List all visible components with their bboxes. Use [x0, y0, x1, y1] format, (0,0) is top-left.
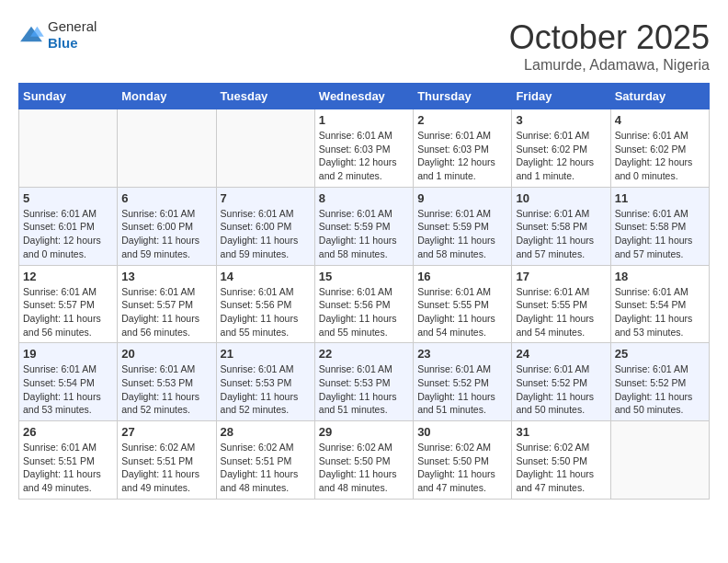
week-row-4: 19Sunrise: 6:01 AMSunset: 5:54 PMDayligh… — [19, 343, 710, 421]
weekday-header-wednesday: Wednesday — [314, 84, 413, 109]
day-number: 31 — [516, 425, 606, 439]
calendar-cell: 29Sunrise: 6:02 AMSunset: 5:50 PMDayligh… — [314, 421, 413, 500]
day-number: 29 — [319, 425, 409, 439]
day-info: Sunrise: 6:01 AMSunset: 5:51 PMDaylight:… — [23, 441, 113, 495]
day-info: Sunrise: 6:02 AMSunset: 5:50 PMDaylight:… — [516, 441, 606, 495]
day-info: Sunrise: 6:01 AMSunset: 6:03 PMDaylight:… — [417, 129, 507, 183]
day-info: Sunrise: 6:01 AMSunset: 5:53 PMDaylight:… — [319, 362, 409, 417]
page-header: General Blue October 2025 Lamurde, Adama… — [18, 18, 710, 74]
day-info: Sunrise: 6:01 AMSunset: 5:57 PMDaylight:… — [121, 285, 211, 339]
day-info: Sunrise: 6:01 AMSunset: 5:59 PMDaylight:… — [417, 207, 507, 261]
day-number: 11 — [615, 191, 705, 205]
day-info: Sunrise: 6:01 AMSunset: 5:53 PMDaylight:… — [121, 362, 211, 417]
day-info: Sunrise: 6:01 AMSunset: 5:52 PMDaylight:… — [615, 362, 705, 417]
calendar-cell: 25Sunrise: 6:01 AMSunset: 5:52 PMDayligh… — [610, 343, 709, 421]
calendar-cell: 5Sunrise: 6:01 AMSunset: 6:01 PMDaylight… — [19, 187, 118, 265]
calendar-cell: 22Sunrise: 6:01 AMSunset: 5:53 PMDayligh… — [314, 343, 413, 421]
day-info: Sunrise: 6:02 AMSunset: 5:50 PMDaylight:… — [319, 441, 409, 495]
day-info: Sunrise: 6:01 AMSunset: 6:02 PMDaylight:… — [516, 129, 606, 183]
day-number: 19 — [23, 347, 113, 361]
calendar-cell — [19, 109, 118, 188]
day-number: 18 — [615, 270, 705, 283]
month-title: October 2025 — [509, 18, 710, 57]
day-info: Sunrise: 6:02 AMSunset: 5:50 PMDaylight:… — [417, 441, 507, 495]
day-info: Sunrise: 6:01 AMSunset: 6:02 PMDaylight:… — [615, 129, 705, 183]
location: Lamurde, Adamawa, Nigeria — [509, 57, 710, 74]
weekday-header-saturday: Saturday — [610, 84, 709, 109]
day-number: 10 — [516, 191, 606, 205]
week-row-5: 26Sunrise: 6:01 AMSunset: 5:51 PMDayligh… — [19, 421, 710, 500]
logo-blue: Blue — [48, 35, 78, 51]
day-number: 25 — [615, 347, 705, 361]
calendar-cell: 10Sunrise: 6:01 AMSunset: 5:58 PMDayligh… — [512, 187, 610, 265]
calendar-cell: 18Sunrise: 6:01 AMSunset: 5:54 PMDayligh… — [610, 265, 709, 343]
calendar-cell: 3Sunrise: 6:01 AMSunset: 6:02 PMDaylight… — [512, 109, 610, 188]
day-number: 23 — [417, 347, 507, 361]
calendar-cell — [216, 109, 314, 188]
day-info: Sunrise: 6:01 AMSunset: 5:56 PMDaylight:… — [319, 285, 409, 339]
day-number: 14 — [221, 270, 311, 283]
day-info: Sunrise: 6:01 AMSunset: 5:57 PMDaylight:… — [23, 285, 113, 339]
calendar-cell — [610, 421, 709, 500]
calendar-cell: 8Sunrise: 6:01 AMSunset: 5:59 PMDaylight… — [314, 187, 413, 265]
day-number: 4 — [615, 113, 705, 127]
day-number: 27 — [121, 425, 211, 439]
day-number: 6 — [121, 191, 211, 205]
day-number: 16 — [417, 270, 507, 283]
day-number: 26 — [23, 425, 113, 439]
day-info: Sunrise: 6:01 AMSunset: 6:03 PMDaylight:… — [319, 129, 409, 183]
day-info: Sunrise: 6:01 AMSunset: 6:01 PMDaylight:… — [23, 207, 113, 261]
week-row-2: 5Sunrise: 6:01 AMSunset: 6:01 PMDaylight… — [19, 187, 710, 265]
day-number: 13 — [121, 270, 211, 283]
weekday-header-row: SundayMondayTuesdayWednesdayThursdayFrid… — [19, 84, 710, 109]
calendar-cell: 4Sunrise: 6:01 AMSunset: 6:02 PMDaylight… — [610, 109, 709, 188]
title-block: October 2025 Lamurde, Adamawa, Nigeria — [509, 18, 710, 74]
day-info: Sunrise: 6:01 AMSunset: 5:54 PMDaylight:… — [615, 285, 705, 339]
day-number: 3 — [516, 113, 606, 127]
logo-icon — [18, 25, 44, 45]
calendar-cell: 19Sunrise: 6:01 AMSunset: 5:54 PMDayligh… — [19, 343, 118, 421]
calendar-cell: 9Sunrise: 6:01 AMSunset: 5:59 PMDaylight… — [414, 187, 512, 265]
calendar-cell: 28Sunrise: 6:02 AMSunset: 5:51 PMDayligh… — [216, 421, 314, 500]
week-row-1: 1Sunrise: 6:01 AMSunset: 6:03 PMDaylight… — [19, 109, 710, 188]
calendar-cell: 26Sunrise: 6:01 AMSunset: 5:51 PMDayligh… — [19, 421, 118, 500]
calendar-cell: 24Sunrise: 6:01 AMSunset: 5:52 PMDayligh… — [512, 343, 610, 421]
day-info: Sunrise: 6:01 AMSunset: 5:52 PMDaylight:… — [516, 362, 606, 417]
calendar-cell: 27Sunrise: 6:02 AMSunset: 5:51 PMDayligh… — [118, 421, 216, 500]
weekday-header-tuesday: Tuesday — [216, 84, 314, 109]
day-info: Sunrise: 6:01 AMSunset: 5:53 PMDaylight:… — [221, 362, 311, 417]
day-info: Sunrise: 6:01 AMSunset: 5:56 PMDaylight:… — [221, 285, 311, 339]
weekday-header-monday: Monday — [118, 84, 216, 109]
day-number: 20 — [121, 347, 211, 361]
calendar-cell: 20Sunrise: 6:01 AMSunset: 5:53 PMDayligh… — [118, 343, 216, 421]
calendar-cell: 12Sunrise: 6:01 AMSunset: 5:57 PMDayligh… — [19, 265, 118, 343]
calendar-cell: 7Sunrise: 6:01 AMSunset: 6:00 PMDaylight… — [216, 187, 314, 265]
weekday-header-thursday: Thursday — [414, 84, 512, 109]
logo-general: General — [48, 18, 97, 34]
calendar-cell: 1Sunrise: 6:01 AMSunset: 6:03 PMDaylight… — [314, 109, 413, 188]
weekday-header-sunday: Sunday — [19, 84, 118, 109]
calendar-table: SundayMondayTuesdayWednesdayThursdayFrid… — [18, 83, 710, 500]
calendar-cell: 21Sunrise: 6:01 AMSunset: 5:53 PMDayligh… — [216, 343, 314, 421]
day-number: 8 — [319, 191, 409, 205]
day-number: 2 — [417, 113, 507, 127]
calendar-cell: 15Sunrise: 6:01 AMSunset: 5:56 PMDayligh… — [314, 265, 413, 343]
day-number: 21 — [221, 347, 311, 361]
day-info: Sunrise: 6:02 AMSunset: 5:51 PMDaylight:… — [221, 441, 311, 495]
week-row-3: 12Sunrise: 6:01 AMSunset: 5:57 PMDayligh… — [19, 265, 710, 343]
calendar-cell: 17Sunrise: 6:01 AMSunset: 5:55 PMDayligh… — [512, 265, 610, 343]
calendar-cell: 23Sunrise: 6:01 AMSunset: 5:52 PMDayligh… — [414, 343, 512, 421]
day-info: Sunrise: 6:01 AMSunset: 6:00 PMDaylight:… — [221, 207, 311, 261]
calendar-cell: 13Sunrise: 6:01 AMSunset: 5:57 PMDayligh… — [118, 265, 216, 343]
day-number: 7 — [221, 191, 311, 205]
day-number: 9 — [417, 191, 507, 205]
calendar-cell: 2Sunrise: 6:01 AMSunset: 6:03 PMDaylight… — [414, 109, 512, 188]
day-number: 1 — [319, 113, 409, 127]
day-number: 30 — [417, 425, 507, 439]
calendar-cell: 11Sunrise: 6:01 AMSunset: 5:58 PMDayligh… — [610, 187, 709, 265]
logo-text: General Blue — [48, 18, 97, 52]
day-number: 12 — [23, 270, 113, 283]
calendar-cell: 16Sunrise: 6:01 AMSunset: 5:55 PMDayligh… — [414, 265, 512, 343]
calendar-cell: 6Sunrise: 6:01 AMSunset: 6:00 PMDaylight… — [118, 187, 216, 265]
calendar-cell: 31Sunrise: 6:02 AMSunset: 5:50 PMDayligh… — [512, 421, 610, 500]
